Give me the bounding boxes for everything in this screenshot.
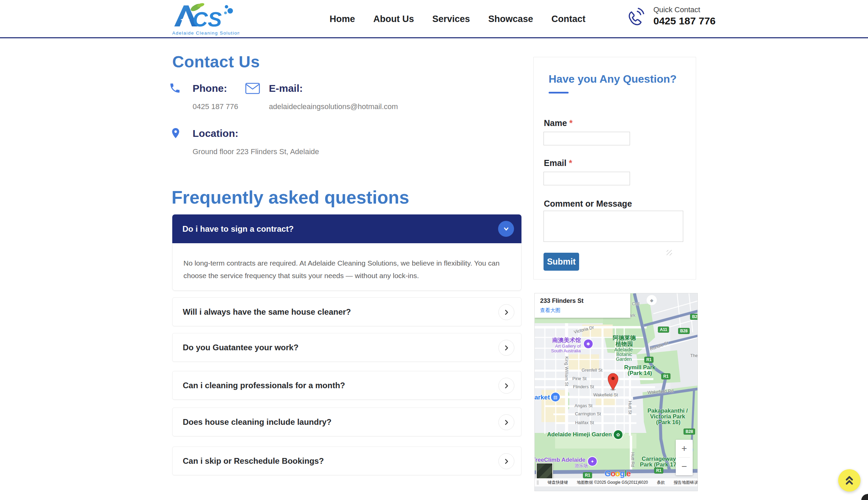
email-value: adelaidecleaingsolutions@hotmail.com: [269, 102, 398, 111]
expand-button[interactable]: [498, 340, 514, 356]
faq-question: Can i skip or Reschedule Bookings?: [183, 456, 324, 466]
email-form-label: Email *: [544, 158, 572, 168]
map-label: Angas St: [575, 403, 593, 408]
route-badge: B28: [683, 429, 695, 435]
submit-button[interactable]: Submit: [544, 253, 579, 271]
faq-question: Can i cleaning professionals for a month…: [183, 381, 345, 390]
art-gallery-icon[interactable]: ✱: [584, 339, 593, 348]
market-cart-icon[interactable]: ▤: [551, 393, 560, 401]
map-label: South Australia: [551, 348, 580, 353]
map-label: Adelaide Himeji Garden: [547, 431, 612, 438]
faq-question: Will i always have the same house cleane…: [183, 307, 351, 317]
quick-contact-phone: 0425 187 776: [653, 15, 716, 27]
chevrons-up-icon: [844, 475, 855, 486]
faq-item[interactable]: Will i always have the same house cleane…: [172, 297, 522, 326]
location-value: Ground floor 223 Flinders St, Adelaide: [192, 147, 319, 156]
treeclimb-icon[interactable]: ✦: [588, 457, 597, 466]
faq-question: Does house cleaning include laundry?: [183, 417, 332, 427]
nav-contact[interactable]: Contact: [551, 14, 586, 24]
acs-logo-graphic: CS Adelaide Cleaning Solutions: [171, 2, 240, 37]
faq-question: Do you Guatantee your work?: [183, 343, 298, 352]
map-label: (Park 14): [627, 370, 652, 377]
map-label: Art Gallery of: [555, 343, 581, 349]
quick-contact[interactable]: Quick Contact 0425 187 776: [625, 5, 716, 27]
faq-item[interactable]: Does house cleaning include laundry?: [172, 408, 522, 436]
map-label: TreeClimb Adelaide: [534, 457, 586, 463]
faq-title: Frequently asked questions: [171, 187, 409, 208]
nav-showcase[interactable]: Showcase: [488, 14, 533, 24]
route-badge: B28: [678, 328, 690, 334]
map-label: Flinders St: [573, 384, 594, 389]
chevron-right-icon: [503, 419, 510, 425]
location-pin-icon: [169, 127, 182, 139]
expand-button[interactable]: [498, 378, 514, 394]
email-label: E-mail:: [269, 83, 303, 94]
expand-button[interactable]: [498, 304, 514, 320]
required-asterisk: *: [569, 158, 572, 168]
google-logo[interactable]: Google: [604, 469, 631, 478]
email-form-field[interactable]: [544, 172, 630, 185]
route-badge: R1: [661, 373, 670, 379]
route-badge: R1: [583, 472, 592, 478]
faq-item[interactable]: Can i cleaning professionals for a month…: [172, 371, 522, 400]
faq-item[interactable]: Do you Guatantee your work?: [172, 333, 522, 362]
ringing-phone-icon: [625, 6, 646, 27]
faq-question: Do i have to sign a contract?: [182, 224, 293, 234]
map-label: Coll: [632, 301, 639, 306]
phone-icon: [169, 82, 181, 94]
keyboard-shortcuts-link[interactable]: 键盘快捷键: [548, 480, 568, 486]
map-label: Pirie St: [572, 376, 587, 381]
route-badge: B2: [690, 314, 698, 320]
map-label: Hutt Rd: [630, 452, 635, 467]
expand-button[interactable]: [498, 453, 514, 469]
faq-answer-panel: No long-term contracts are required. At …: [172, 243, 522, 291]
svg-text:Adelaide Cleaning Solutions: Adelaide Cleaning Solutions: [172, 31, 240, 36]
nav-about[interactable]: About Us: [373, 14, 414, 24]
map-label: Hutt St: [627, 401, 633, 414]
garden-flower-icon[interactable]: ✿: [614, 430, 623, 439]
name-label: Name *: [544, 118, 573, 128]
title-underline: [549, 92, 569, 93]
quick-contact-label: Quick Contact: [653, 5, 716, 14]
message-field[interactable]: [544, 211, 683, 242]
route-badge: A11: [658, 327, 669, 333]
view-larger-map-link[interactable]: 查看大图: [540, 307, 625, 314]
zoom-out-button[interactable]: −: [676, 458, 693, 475]
required-asterisk: *: [569, 118, 573, 128]
expand-button[interactable]: [498, 414, 514, 430]
corner-widget[interactable]: [861, 494, 868, 500]
map-zoom-control: + −: [676, 440, 693, 475]
map-label: arket: [534, 394, 549, 401]
collapse-button[interactable]: [498, 221, 514, 237]
phone-label: Phone:: [192, 83, 227, 94]
map-label: Garden: [616, 356, 632, 362]
terms-link[interactable]: 条款: [657, 480, 665, 486]
college-icon[interactable]: ◆: [647, 296, 656, 305]
chevron-right-icon: [503, 458, 510, 464]
google-map[interactable]: 233 Flinders St 查看大图 + − Google 键盘快捷键 地图…: [534, 293, 698, 491]
map-label: King William St: [564, 356, 569, 386]
map-info-title: 233 Flinders St: [540, 297, 625, 305]
map-label: 南澳美术馆: [552, 337, 581, 344]
map-label: Park (Park 17: [640, 462, 677, 468]
satellite-layer-toggle[interactable]: [536, 463, 553, 479]
faq-item-expanded-header[interactable]: Do i have to sign a contract?: [172, 214, 522, 243]
textarea-resize-handle[interactable]: [667, 250, 672, 255]
map-label: 游乐场: [575, 463, 588, 469]
question-form-card: Have you Any Question? Name * Email * Co…: [533, 57, 696, 280]
chevron-right-icon: [503, 345, 510, 351]
name-field[interactable]: [544, 132, 630, 145]
report-error-link[interactable]: 报告地图错误: [674, 480, 698, 486]
location-label: Location:: [192, 128, 238, 139]
email-icon: [245, 83, 260, 94]
nav-home[interactable]: Home: [330, 14, 355, 24]
map-label: Carrington St: [575, 411, 601, 416]
route-badge: R1: [644, 357, 653, 363]
route-badge: R1: [654, 467, 663, 474]
zoom-in-button[interactable]: +: [676, 440, 693, 457]
scroll-to-top-button[interactable]: [838, 469, 860, 491]
faq-item[interactable]: Can i skip or Reschedule Bookings?: [172, 446, 522, 475]
acs-logo[interactable]: CS Adelaide Cleaning Solutions: [171, 2, 240, 37]
message-label: Comment or Message: [544, 199, 632, 209]
nav-services[interactable]: Services: [432, 14, 470, 24]
